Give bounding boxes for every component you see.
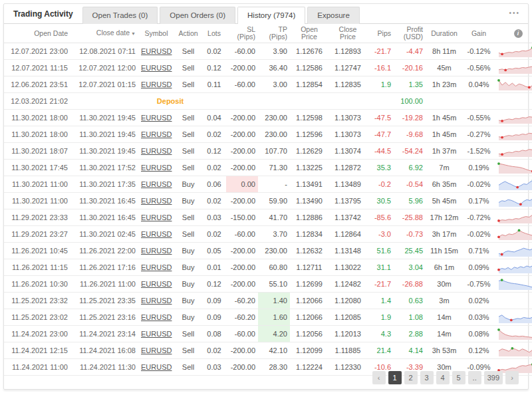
tab-history-7974[interactable]: History (7974) [237,7,305,24]
symbol-link[interactable]: EURUSD [141,47,172,55]
cell-profit: 2.88 [394,326,426,342]
pagination-page-3[interactable]: 3 [420,371,434,384]
spark-max-dot [511,346,513,349]
cell-open-date: 11.26.2021 10:30 [4,276,70,293]
spark-min-dot [516,186,519,188]
cell-close-price: 1.12747 [329,60,367,76]
spark-min-dot [501,136,503,138]
cell-spark [495,76,532,93]
column-header-close_date[interactable]: Close date▼ [70,24,138,43]
pagination-next-button[interactable]: › [505,371,519,384]
cell-open-price: 1.12711 [290,259,329,276]
symbol-link[interactable]: EURUSD [141,297,172,305]
symbol-link[interactable]: EURUSD [141,247,172,255]
symbol-link[interactable]: EURUSD [141,64,172,72]
cell-tp: 3.00 [258,76,290,93]
cell-close-price: 1.13148 [329,243,367,259]
cell-profit: -20.16 [394,60,426,76]
sort-desc-icon: ▼ [131,31,136,36]
cell-close-date: 11.30.2021 16:45 [70,193,138,209]
column-header-action[interactable]: Action [174,24,202,43]
cell-lots: 0.08 [202,326,226,342]
symbol-link[interactable]: EURUSD [141,130,172,138]
pagination-page-2[interactable]: 2 [404,371,418,384]
symbol-link[interactable]: EURUSD [141,346,172,354]
spark-max-dot [501,279,503,281]
more-options-icon[interactable]: ••• [509,9,520,17]
column-header-sl[interactable]: SL (Pips) [226,24,258,43]
cell-sl: -60.00 [226,43,258,60]
column-header-duration[interactable]: Duration [426,24,463,43]
cell-spark [495,193,532,209]
cell-deposit-label: Deposit [138,93,202,110]
cell-pips: -47.5 [367,110,394,126]
symbol-link[interactable]: EURUSD [141,180,172,188]
cell-lots: 0.09 [202,293,226,309]
column-header-symbol[interactable]: Symbol [138,24,174,43]
cell-close-date: 11.24.2021 23:14 [70,326,138,342]
symbol-link[interactable]: EURUSD [141,114,172,122]
column-header-open_price[interactable]: Open Price [290,24,329,43]
cell-close-date [70,93,138,110]
buy-trade-sparkline [497,260,532,274]
info-column-header[interactable]: i [495,24,532,43]
tab-open-orders-0[interactable]: Open Orders (0) [160,7,235,24]
cell-close-date: 11.30.2021 17:35 [70,176,138,193]
cell-tp: - [258,176,290,193]
cell-duration: 6h 35m [426,176,463,193]
pagination-prev-button[interactable]: ‹ [372,371,386,384]
column-label: Close date [96,29,130,37]
tab-exposure[interactable]: Exposure [307,7,360,24]
cell-sl: -200.00 [226,60,258,76]
cell-pips: -16.1 [367,60,394,76]
column-header-tp[interactable]: TP (Pips) [258,24,290,43]
column-label: SL (Pips) [237,25,255,41]
column-header-open_date[interactable]: Open Date [4,24,70,43]
pagination-page-5[interactable]: 5 [452,371,466,384]
cell-close-price: 1.12872 [329,160,367,176]
cell-spark [495,243,532,259]
cell-lots: 0.02 [202,43,226,60]
symbol-link[interactable]: EURUSD [141,147,172,155]
info-icon[interactable]: i [514,29,523,38]
symbol-link[interactable]: EURUSD [141,197,172,205]
cell-close-date: 11.26.2021 17:16 [70,259,138,276]
cell-symbol: EURUSD [138,226,174,243]
pagination-page-..[interactable]: .. [468,371,481,384]
trade-row: 11.30.2021 18:0711.30.2021 19:45EURUSDSe… [4,143,532,160]
cell-sl: -200.00 [226,160,258,176]
symbol-link[interactable]: EURUSD [141,330,172,338]
pagination-page-399[interactable]: 399 [484,371,503,384]
symbol-link[interactable]: EURUSD [141,263,172,271]
buy-trade-sparkline [497,194,532,207]
tab-open-trades-0[interactable]: Open Trades (0) [82,7,158,24]
cell-open-date: 11.26.2021 11:15 [4,259,70,276]
symbol-link[interactable]: EURUSD [141,164,172,172]
cell-gain: -0.02% [463,176,495,193]
pagination-page-1[interactable]: 1 [388,371,402,384]
column-header-close_price[interactable]: Close Price [329,24,367,43]
cell-spark [495,160,532,176]
symbol-link[interactable]: EURUSD [141,230,172,238]
tabs-container: Open Trades (0)Open Orders (0)History (7… [82,6,362,23]
symbol-link[interactable]: EURUSD [141,213,172,221]
trade-row: 11.30.2021 11:0011.30.2021 17:35EURUSDBu… [4,176,532,193]
column-header-gain[interactable]: Gain [463,24,495,43]
column-label: Lots [207,29,221,37]
column-header-profit[interactable]: Profit (USD) [394,24,426,43]
column-header-lots[interactable]: Lots [202,24,226,43]
symbol-link[interactable]: EURUSD [141,313,172,321]
cell-lots: 0.12 [202,60,226,76]
cell-tp: 230.00 [258,126,290,143]
cell-lots: 0.02 [202,226,226,243]
cell-lots: 0.12 [202,143,226,160]
symbol-link[interactable]: EURUSD [141,80,172,88]
cell-close-price: 1.13489 [329,176,367,193]
symbol-link[interactable]: EURUSD [141,280,172,288]
pagination-page-4[interactable]: 4 [436,371,450,384]
cell-duration: 11h 15m [426,243,463,259]
cell-lots: 0.06 [202,176,226,193]
column-header-pips[interactable]: Pips [367,24,394,43]
cell-gain: -0.56% [463,60,495,76]
cell-sl: -60.00 [226,226,258,243]
